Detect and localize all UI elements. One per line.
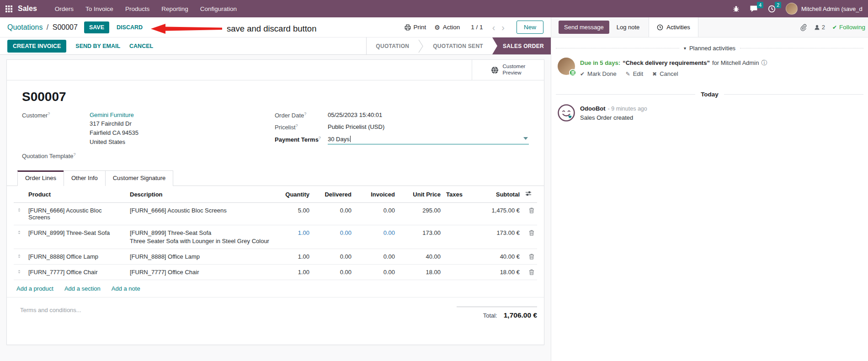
drag-handle-icon[interactable] [14,265,26,280]
col-product[interactable]: Product [26,186,127,203]
customer-preview-button[interactable]: Customer Preview [472,60,544,80]
print-button[interactable]: Print [405,24,426,31]
delete-line-icon[interactable] [529,230,534,236]
new-button[interactable]: New [517,21,543,34]
followers-button[interactable]: 2 [814,24,825,31]
delete-line-icon[interactable] [529,254,534,260]
cell-delivered[interactable]: 0.00 [312,265,354,280]
col-delivered[interactable]: Delivered [312,186,354,203]
menu-configuration[interactable]: Configuration [194,0,243,17]
col-quantity[interactable]: Quantity [273,186,312,203]
messages-icon[interactable]: 4 [750,5,758,12]
cell-unit-price[interactable]: 295.00 [398,203,443,225]
cancel-button[interactable]: CANCEL [129,43,153,49]
tab-order-lines[interactable]: Order Lines [17,170,64,186]
col-taxes[interactable]: Taxes [443,186,469,203]
delete-line-icon[interactable] [529,207,534,213]
cell-quantity[interactable]: 1.00 [273,265,312,280]
cell-invoiced[interactable]: 0.00 [354,203,398,225]
cell-quantity[interactable]: 5.00 [273,203,312,225]
cell-unit-price[interactable]: 173.00 [398,225,443,249]
cell-description[interactable]: [FURN_7777] Office Chair [127,265,273,280]
cell-description[interactable]: [FURN_6666] Acoustic Bloc Screens [127,203,273,225]
tab-other-info[interactable]: Other Info [64,170,106,186]
drag-handle-icon[interactable] [14,203,26,225]
cell-quantity[interactable]: 1.00 [273,249,312,265]
pager-previous-icon[interactable]: ‹ [491,23,496,32]
dropdown-caret-icon[interactable] [523,137,528,140]
order-line-row[interactable]: [FURN_8888] Office Lamp [FURN_8888] Offi… [14,249,537,265]
stage-sales-order[interactable]: SALES ORDER [492,37,551,54]
mark-done-button[interactable]: ✔ Mark Done [580,70,617,77]
activity-avatar[interactable] [558,58,575,75]
cell-delivered[interactable]: 0.00 [312,249,354,265]
pricelist-value[interactable]: Public Pricelist (USD) [328,123,384,131]
cell-description[interactable]: [FURN_8888] Office Lamp [127,249,273,265]
cell-taxes[interactable] [443,225,469,249]
menu-orders[interactable]: Orders [49,0,80,17]
cell-delivered[interactable]: 0.00 [312,225,354,249]
cell-product[interactable]: [FURN_8888] Office Lamp [26,249,127,265]
debug-bug-icon[interactable] [733,5,740,12]
cell-description[interactable]: [FURN_8999] Three-Seat SofaThree Seater … [127,225,273,249]
cell-invoiced[interactable]: 0.00 [354,265,398,280]
menu-reporting[interactable]: Reporting [155,0,194,17]
order-line-row[interactable]: [FURN_6666] Acoustic Bloc Screens [FURN_… [14,203,537,225]
order-line-row[interactable]: [FURN_7777] Office Chair [FURN_7777] Off… [14,265,537,280]
send-by-email-button[interactable]: SEND BY EMAIL [75,43,120,49]
activities-tab[interactable]: Activities [649,17,698,37]
discard-button[interactable]: DISCARD [117,24,143,31]
cancel-activity-button[interactable]: ✖ Cancel [652,70,678,77]
cell-taxes[interactable] [443,249,469,265]
edit-activity-button[interactable]: ✎ Edit [626,70,643,77]
app-name[interactable]: Sales [18,5,37,13]
cell-quantity[interactable]: 1.00 [273,225,312,249]
info-icon[interactable]: ⓘ [761,59,767,67]
drag-handle-icon[interactable] [14,225,26,249]
save-button[interactable]: SAVE [84,21,109,33]
message-author[interactable]: OdooBot [580,105,606,112]
action-button[interactable]: ⚙ Action [434,24,460,31]
cell-product[interactable]: [FURN_7777] Office Chair [26,265,127,280]
following-button[interactable]: ✔ Following [832,24,865,31]
send-message-button[interactable]: Send message [559,21,609,34]
create-invoice-button[interactable]: CREATE INVOICE [7,40,66,53]
cell-unit-price[interactable]: 40.00 [398,249,443,265]
customer-link[interactable]: Gemini Furniture [90,111,138,118]
attachments-button[interactable] [800,24,807,31]
pager-next-icon[interactable]: › [501,23,506,32]
activities-clock-icon[interactable]: 2 [768,5,776,13]
cell-invoiced[interactable]: 0.00 [354,249,398,265]
breadcrumb-quotations[interactable]: Quotations [7,23,43,31]
cell-product[interactable]: [FURN_8999] Three-Seat Sofa [26,225,127,249]
terms-and-conditions-placeholder[interactable]: Terms and conditions... [20,307,81,319]
col-description[interactable]: Description [127,186,273,203]
delete-line-icon[interactable] [529,269,534,275]
user-menu[interactable]: Mitchell Admin (save_discar [786,3,863,15]
cell-product[interactable]: [FURN_6666] Acoustic Bloc Screens [26,203,127,225]
menu-products[interactable]: Products [119,0,155,17]
order-date-value[interactable]: 05/25/2023 15:40:01 [328,111,382,119]
add-a-note-link[interactable]: Add a note [112,285,140,292]
stage-quotation-sent[interactable]: QUOTATION SENT [424,37,492,54]
drag-handle-icon[interactable] [14,249,26,265]
tab-customer-signature[interactable]: Customer Signature [105,170,174,186]
order-line-row[interactable]: [FURN_8999] Three-Seat Sofa [FURN_8999] … [14,225,537,249]
cell-delivered[interactable]: 0.00 [312,203,354,225]
stage-quotation[interactable]: QUOTATION [367,37,418,54]
cell-invoiced[interactable]: 0.00 [354,225,398,249]
cell-unit-price[interactable]: 18.00 [398,265,443,280]
col-invoiced[interactable]: Invoiced [354,186,398,203]
cell-taxes[interactable] [443,203,469,225]
planned-activities-toggle[interactable]: ▾ Planned activities [684,45,735,52]
add-a-product-link[interactable]: Add a product [16,285,53,292]
add-a-section-link[interactable]: Add a section [64,285,101,292]
col-subtotal[interactable]: Subtotal [469,186,522,203]
apps-grid-icon[interactable] [5,5,12,12]
log-note-button[interactable]: Log note [617,24,640,31]
col-unit-price[interactable]: Unit Price [398,186,443,203]
column-options-button[interactable] [522,186,537,203]
menu-to-invoice[interactable]: To Invoice [80,0,119,17]
payment-terms-input[interactable]: 30 Days [328,136,529,144]
cell-taxes[interactable] [443,265,469,280]
